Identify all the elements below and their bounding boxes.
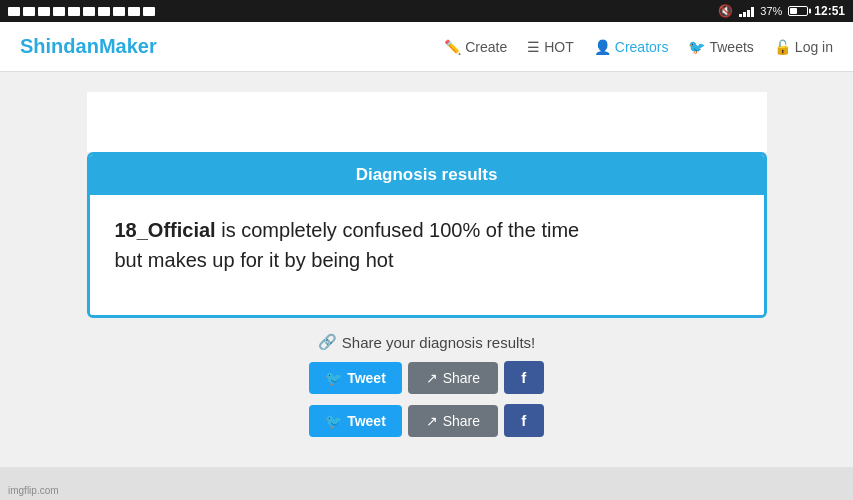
notif-icon-5 [68, 7, 80, 16]
share-button-row-1: 🐦 Tweet ↗ Share f [309, 361, 544, 394]
notif-icon-4 [53, 7, 65, 16]
diagnosis-result: 18_Official is completely confused 100% … [115, 215, 739, 275]
diagnosis-body: 18_Official is completely confused 100% … [90, 195, 764, 315]
user-icon: 👤 [594, 39, 611, 55]
imgflip-watermark: imgflip.com [8, 485, 59, 496]
status-bar: 🔇 37% 12:51 [0, 0, 853, 22]
share-prompt: 🔗 Share your diagnosis results! [318, 333, 535, 351]
notif-icon-10 [143, 7, 155, 16]
notif-icon-7 [98, 7, 110, 16]
login-icon: 🔓 [774, 39, 791, 55]
edit-icon: ✏️ [444, 39, 461, 55]
twitter-btn-icon-2: 🐦 [325, 413, 342, 429]
nav-links: ✏️ Create ☰ HOT 👤 Creators 🐦 Tweets 🔓 Lo… [444, 39, 833, 55]
nav-hot[interactable]: ☰ HOT [527, 39, 574, 55]
diagnosis-result-text: is completely confused 100% of the time [216, 219, 580, 241]
share-prompt-text: Share your diagnosis results! [342, 334, 535, 351]
facebook-button-2[interactable]: f [504, 404, 544, 437]
notif-icon-6 [83, 7, 95, 16]
nav-login[interactable]: 🔓 Log in [774, 39, 833, 55]
nav-creators[interactable]: 👤 Creators [594, 39, 669, 55]
tweet-button-1[interactable]: 🐦 Tweet [309, 362, 402, 394]
twitter-btn-icon-1: 🐦 [325, 370, 342, 386]
navbar: ShindanMaker ✏️ Create ☰ HOT 👤 Creators … [0, 22, 853, 72]
nav-tweets[interactable]: 🐦 Tweets [688, 39, 753, 55]
site-logo[interactable]: ShindanMaker [20, 35, 157, 58]
notif-icon-3 [38, 7, 50, 16]
battery-icon [788, 6, 808, 16]
mute-icon: 🔇 [718, 4, 733, 18]
time-display: 12:51 [814, 4, 845, 18]
bottom-section: 🔗 Share your diagnosis results! 🐦 Tweet … [87, 318, 767, 447]
share-btn-icon-2: ↗ [426, 413, 438, 429]
system-status: 🔇 37% 12:51 [718, 4, 845, 18]
battery-percent: 37% [760, 5, 782, 17]
tweet-button-2[interactable]: 🐦 Tweet [309, 405, 402, 437]
share-prompt-icon: 🔗 [318, 333, 337, 351]
facebook-button-1[interactable]: f [504, 361, 544, 394]
diagnosis-card: Diagnosis results 18_Official is complet… [87, 152, 767, 318]
main-content: Diagnosis results 18_Official is complet… [0, 72, 853, 467]
share-btn-icon-1: ↗ [426, 370, 438, 386]
notif-icon-1 [8, 7, 20, 16]
list-icon: ☰ [527, 39, 540, 55]
notif-icon-2 [23, 7, 35, 16]
notification-icons [8, 7, 155, 16]
top-spacer [87, 92, 767, 152]
twitter-icon: 🐦 [688, 39, 705, 55]
share-button-row-2: 🐦 Tweet ↗ Share f [309, 404, 544, 437]
notif-icon-8 [113, 7, 125, 16]
nav-create[interactable]: ✏️ Create [444, 39, 507, 55]
wifi-icon [739, 5, 754, 17]
share-button-1[interactable]: ↗ Share [408, 362, 498, 394]
diagnosis-result-text2: but makes up for it by being hot [115, 249, 394, 271]
notif-icon-9 [128, 7, 140, 16]
diagnosis-username: 18_Official [115, 219, 216, 241]
diagnosis-header: Diagnosis results [90, 155, 764, 195]
share-button-2[interactable]: ↗ Share [408, 405, 498, 437]
